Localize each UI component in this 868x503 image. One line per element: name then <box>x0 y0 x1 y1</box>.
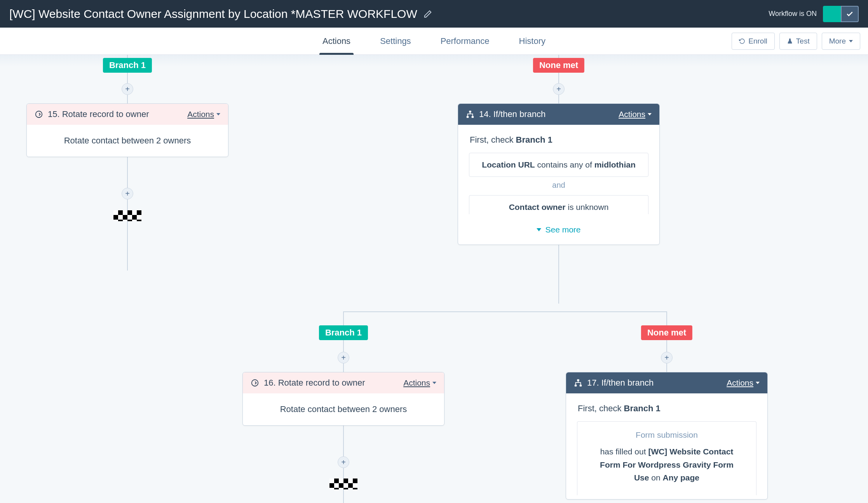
chevron-down-icon <box>537 228 541 231</box>
first-check-text: First, check Branch 1 <box>566 393 767 421</box>
chevron-down-icon <box>756 382 760 384</box>
criteria-text: has filled out [WC] Website Contact Form… <box>585 445 748 488</box>
test-button[interactable]: Test <box>779 33 817 50</box>
connector-line <box>343 311 667 312</box>
none-met-badge: None met <box>533 58 584 73</box>
card-actions-menu[interactable]: Actions <box>403 378 436 388</box>
card-title: 16. Rotate record to owner <box>264 378 365 388</box>
card-body: Rotate contact between 2 owners <box>27 125 228 157</box>
card-title: 14. If/then branch <box>479 109 546 119</box>
branch-icon <box>466 110 474 119</box>
card-actions-menu[interactable]: Actions <box>187 110 220 119</box>
more-button[interactable]: More <box>822 33 860 50</box>
card-title: 17. If/then branch <box>587 378 654 388</box>
chevron-down-icon <box>216 113 220 115</box>
checkmark-icon[interactable] <box>841 6 859 22</box>
svg-rect-7 <box>580 385 582 387</box>
criteria-box: Contact owner is unknown <box>469 195 648 214</box>
chevron-down-icon <box>432 382 436 384</box>
enroll-label: Enroll <box>748 37 767 45</box>
flask-icon <box>787 38 793 44</box>
add-action-button[interactable]: + <box>338 352 349 363</box>
card-actions-menu[interactable]: Actions <box>619 110 652 119</box>
enroll-icon <box>739 38 745 44</box>
rotate-icon <box>35 110 43 119</box>
add-action-button[interactable]: + <box>122 83 133 95</box>
criteria-box: Form submission has filled out [WC] Webs… <box>577 421 756 495</box>
card-actions-menu[interactable]: Actions <box>727 378 760 388</box>
see-more-button[interactable]: See more <box>458 218 659 245</box>
branch-icon <box>574 379 582 387</box>
rotate-card-15[interactable]: 15. Rotate record to owner Actions Rotat… <box>26 103 228 157</box>
app-header: [WC] Website Contact Owner Assignment by… <box>0 0 868 28</box>
card-title: 15. Rotate record to owner <box>48 109 149 119</box>
criteria-group-label: Form submission <box>585 429 748 445</box>
svg-rect-6 <box>575 385 577 387</box>
tab-actions[interactable]: Actions <box>319 28 354 54</box>
more-label: More <box>829 37 846 45</box>
svg-point-0 <box>36 111 42 118</box>
svg-rect-2 <box>467 116 469 118</box>
add-action-button[interactable]: + <box>661 352 673 363</box>
workflow-toggle[interactable] <box>823 6 859 22</box>
branch-card-14[interactable]: 14. If/then branch Actions First, check … <box>458 103 660 245</box>
and-label: and <box>469 177 648 195</box>
none-met-badge: None met <box>641 325 692 340</box>
rotate-card-16[interactable]: 16. Rotate record to owner Actions Rotat… <box>242 372 444 426</box>
workflow-title: [WC] Website Contact Owner Assignment by… <box>9 7 417 21</box>
branch-card-17[interactable]: 17. If/then branch Actions First, check … <box>566 372 768 500</box>
card-body: Rotate contact between 2 owners <box>243 393 444 425</box>
svg-point-4 <box>252 380 258 386</box>
workflow-status-label: Workflow is ON <box>769 10 817 18</box>
end-marker-icon <box>113 210 141 221</box>
end-marker-icon <box>329 479 357 489</box>
criteria-box: Location URL contains any of midlothian <box>469 153 648 177</box>
svg-rect-3 <box>472 116 474 118</box>
add-action-button[interactable]: + <box>338 456 349 468</box>
test-label: Test <box>796 37 810 45</box>
chevron-down-icon <box>849 40 853 42</box>
svg-rect-1 <box>469 111 471 113</box>
add-action-button[interactable]: + <box>122 188 133 199</box>
tab-performance[interactable]: Performance <box>437 28 493 54</box>
svg-rect-5 <box>577 379 579 381</box>
workflow-canvas[interactable]: Branch 1 + 15. Rotate record to owner Ac… <box>0 55 868 503</box>
chevron-down-icon <box>648 113 652 115</box>
rotate-icon <box>251 379 259 387</box>
add-action-button[interactable]: + <box>553 83 565 95</box>
pencil-icon[interactable] <box>424 10 432 18</box>
enroll-button[interactable]: Enroll <box>732 33 775 50</box>
branch-badge: Branch 1 <box>103 58 152 73</box>
tab-bar: Actions Settings Performance History Enr… <box>0 28 868 55</box>
branch-badge: Branch 1 <box>319 325 368 340</box>
tab-settings[interactable]: Settings <box>377 28 414 54</box>
first-check-text: First, check Branch 1 <box>458 125 659 153</box>
tab-history[interactable]: History <box>516 28 549 54</box>
